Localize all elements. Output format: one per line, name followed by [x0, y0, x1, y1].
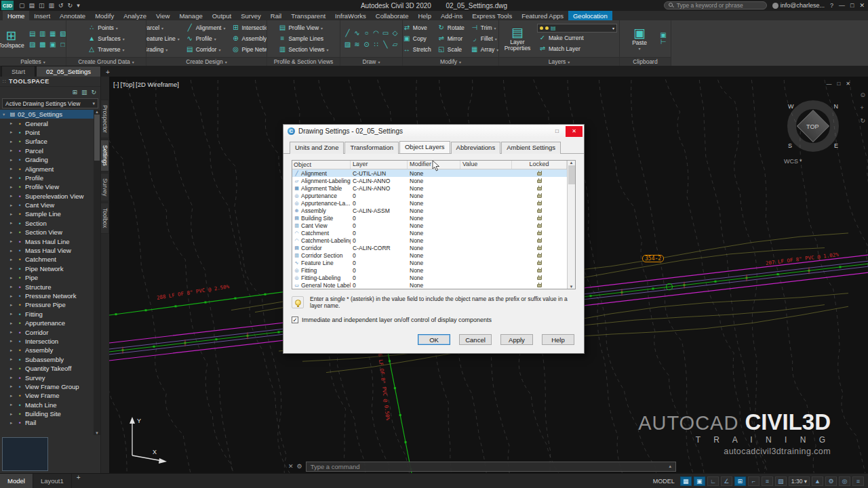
- layer-cell[interactable]: C-ALIN-ANNO: [351, 185, 408, 192]
- dialog-tab-ambient-settings[interactable]: Ambient Settings: [501, 142, 561, 154]
- point-tool-icon[interactable]: ∷: [372, 39, 380, 50]
- tree-item-rail[interactable]: ▸▪Rail: [0, 418, 94, 427]
- tree-item-building-site[interactable]: ▸▪Building Site: [0, 409, 94, 418]
- layer-cell[interactable]: 0: [351, 200, 408, 207]
- ribbon-tab-view[interactable]: View: [151, 11, 174, 20]
- signed-in-user[interactable]: info@charlese...: [772, 2, 825, 9]
- tree-item-view-frame-group[interactable]: ▸▪View Frame Group: [0, 382, 94, 391]
- tree-item-mass-haul-view[interactable]: ▸▪Mass Haul View: [0, 246, 94, 255]
- compass-east-label[interactable]: E: [834, 142, 838, 149]
- navigation-wheel-icon[interactable]: ⊙: [860, 92, 865, 98]
- table-row-feature-line[interactable]: ∿Feature Line0None: [292, 259, 567, 266]
- tree-item-surface[interactable]: ▸▪Surface: [0, 137, 94, 146]
- app-logo-icon[interactable]: C3D: [1, 1, 14, 10]
- hatch-tool-icon[interactable]: ▨: [343, 39, 352, 50]
- modifier-cell[interactable]: None: [408, 237, 460, 244]
- cancel-button[interactable]: Cancel: [459, 334, 492, 345]
- ribbon-button-fillet[interactable]: ◞Fillet▾: [469, 33, 498, 44]
- scroll-up-icon[interactable]: ▲: [95, 110, 99, 114]
- table-scrollbar[interactable]: ▲ ▼: [567, 161, 575, 289]
- region-tool-icon[interactable]: ▱: [391, 39, 399, 50]
- ribbon-tab-geolocation[interactable]: Geolocation: [568, 11, 612, 20]
- expand-arrow-icon[interactable]: ▸: [10, 184, 15, 190]
- table-row-appurtenance-la[interactable]: ◎Appurtenance-La...0None: [292, 199, 567, 207]
- tree-item-mass-haul-line[interactable]: ▸▪Mass Haul Line: [0, 237, 94, 245]
- expand-arrow-icon[interactable]: ▸: [10, 411, 15, 417]
- tree-item-intersection[interactable]: ▸▪Intersection: [0, 337, 94, 346]
- column-header-object[interactable]: Object: [292, 161, 351, 169]
- layer-select-dropdown[interactable]: ▤▾: [537, 24, 617, 33]
- ribbon-button-layer-properties[interactable]: ▤Layer Properties: [501, 26, 534, 52]
- expand-arrow-icon[interactable]: ▸: [10, 393, 15, 399]
- ok-button[interactable]: OK: [418, 334, 450, 345]
- xline-tool-icon[interactable]: ╲: [381, 39, 390, 50]
- ribbon-button-make-current[interactable]: ✓Make Current: [537, 33, 617, 43]
- independent-layer-checkbox[interactable]: ✓: [292, 317, 298, 323]
- expand-arrow-icon[interactable]: ▸: [10, 220, 15, 226]
- modifier-cell[interactable]: None: [408, 215, 460, 222]
- panel-label-draw[interactable]: Draw▾: [340, 57, 402, 66]
- expand-arrow-icon[interactable]: ▸: [10, 402, 15, 407]
- expand-arrow-icon[interactable]: ▸: [10, 384, 15, 389]
- tree-item-structure[interactable]: ▸▪Structure: [0, 282, 94, 291]
- properties-palette-icon[interactable]: ▤: [28, 28, 37, 39]
- layer-cell[interactable]: 0: [351, 192, 408, 199]
- tree-scrollbar[interactable]: ▲ ▼: [94, 110, 100, 435]
- maximize-button[interactable]: □: [850, 2, 854, 9]
- panel-label-layers[interactable]: Layers▾: [499, 57, 619, 66]
- new-file-icon[interactable]: ▢: [19, 1, 25, 10]
- new-layout-button[interactable]: +: [72, 474, 85, 488]
- ribbon-button-stretch[interactable]: ↔Stretch: [403, 44, 433, 55]
- open-file-icon[interactable]: ▤: [29, 1, 35, 10]
- ribbon-button-pipe-network[interactable]: ◎Pipe Network▾: [231, 44, 267, 55]
- expand-arrow-icon[interactable]: ▸: [10, 348, 15, 353]
- dialog-titlebar[interactable]: C Drawing Settings - 02_05_Settings □✕: [283, 125, 584, 138]
- ribbon-button-copy[interactable]: ▣Copy: [403, 33, 433, 44]
- ribbon-tab-infraworks[interactable]: InfraWorks: [330, 11, 371, 20]
- cut-clip-icon[interactable]: ⊢: [659, 39, 667, 45]
- table-row-building-site[interactable]: ▤Building Site0None: [292, 214, 567, 222]
- ribbon-tab-manage[interactable]: Manage: [174, 11, 207, 20]
- table-row-alignment-table[interactable]: ▦Alignment TableC-ALIN-ANNONone: [292, 184, 567, 192]
- annotation-scale-button[interactable]: 1:30 ▾: [789, 476, 810, 486]
- table-row-appurtenance[interactable]: ◎Appurtenance0None: [292, 192, 567, 199]
- toolspace-tab-prospector[interactable]: Prospector: [101, 100, 109, 138]
- ribbon-tab-annotate[interactable]: Annotate: [55, 11, 90, 20]
- compass-north-label[interactable]: N: [834, 103, 839, 110]
- wcs-menu[interactable]: WCS▾: [784, 158, 802, 165]
- tree-item-survey[interactable]: ▸▪Survey: [0, 373, 94, 382]
- expand-arrow-icon[interactable]: ▸: [10, 329, 15, 335]
- expand-arrow-icon[interactable]: ▸: [10, 366, 15, 371]
- tree-item-appurtenance[interactable]: ▸▪Appurtenance: [0, 319, 94, 327]
- table-row-general-note-label[interactable]: ▭General Note Label0None: [292, 281, 567, 289]
- tree-item-subassembly[interactable]: ▸▪Subassembly: [0, 355, 94, 364]
- lock-icon[interactable]: [537, 262, 542, 265]
- command-input[interactable]: Type a command ▴: [306, 462, 676, 472]
- expand-arrow-icon[interactable]: ▸: [10, 357, 15, 362]
- annotation-visibility-icon[interactable]: ▲: [812, 476, 823, 486]
- tree-item-view-frame[interactable]: ▸▪View Frame: [0, 391, 94, 400]
- lineweight-display-icon[interactable]: ≡: [762, 476, 773, 486]
- layer-cell[interactable]: 0: [351, 282, 408, 289]
- viewport-restore-icon[interactable]: □: [837, 81, 840, 87]
- line-tool-icon[interactable]: ╱: [343, 28, 352, 39]
- lock-icon[interactable]: [537, 209, 542, 213]
- ribbon-tab-collaborate[interactable]: Collaborate: [371, 11, 414, 20]
- layer-cell[interactable]: 0: [351, 274, 408, 281]
- compass-south-label[interactable]: S: [788, 142, 792, 149]
- dialog-close-icon[interactable]: ✕: [566, 126, 583, 137]
- ribbon-tab-featured-apps[interactable]: Featured Apps: [517, 11, 568, 20]
- tree-item-parcel[interactable]: ▸▪Parcel: [0, 146, 94, 155]
- table-row-catchment[interactable]: ◠Catchment0None: [292, 229, 567, 237]
- modifier-cell[interactable]: None: [408, 200, 460, 207]
- layout-tab-model[interactable]: Model: [0, 474, 33, 488]
- ribbon-button-grading[interactable]: ◢Grading▾: [146, 44, 181, 55]
- expand-arrow-icon[interactable]: ▸: [10, 175, 15, 180]
- expand-arrow-icon[interactable]: ▸: [10, 193, 15, 199]
- layer-cell[interactable]: C-UTIL-ALIN: [351, 170, 408, 177]
- file-tab-02-05-settings[interactable]: 02_05_Settings: [36, 66, 101, 77]
- markup-import-icon[interactable]: □: [58, 39, 66, 49]
- orbit-icon[interactable]: ↻: [860, 117, 865, 124]
- expand-arrow-icon[interactable]: ▸: [10, 239, 15, 244]
- tree-item-pressure-pipe[interactable]: ▸▪Pressure Pipe: [0, 300, 94, 309]
